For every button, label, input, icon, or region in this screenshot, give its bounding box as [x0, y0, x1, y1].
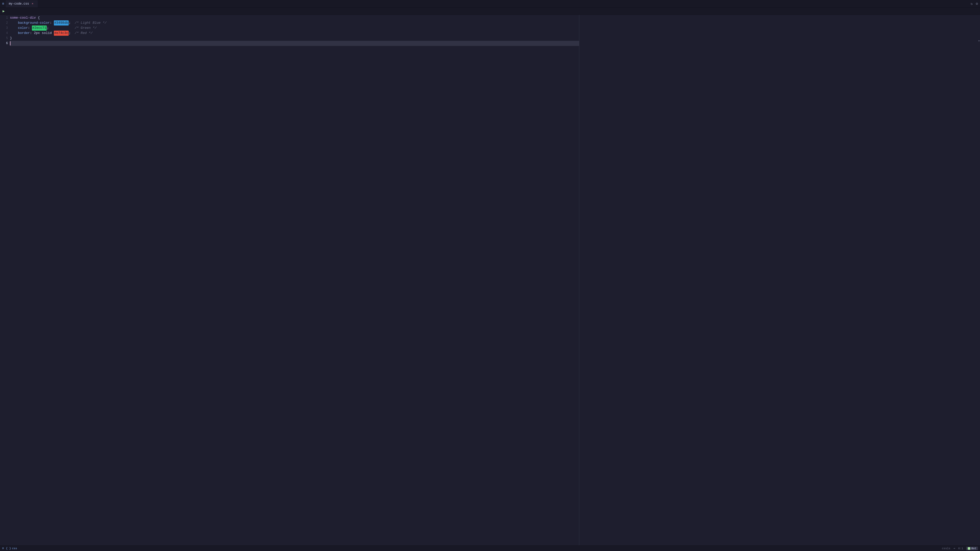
code-line-5: } [10, 36, 579, 41]
run-button[interactable]: ▶ [1, 8, 6, 14]
file-explorer-icon[interactable]: ≡ [2, 2, 4, 6]
line-number-4: 4 [3, 30, 8, 36]
line-number-2: 2 [3, 21, 8, 25]
line-numbers: 1 2 3 4 5 6 [1, 15, 10, 545]
code-line-3: color: #2ecc71; /* Green */ [10, 25, 579, 30]
token-colon-4: : [30, 30, 34, 36]
status-bar: ≡ { } css cssls ⇥ 6:1 Bot [0, 545, 980, 551]
css-icon: { } [6, 547, 11, 550]
cursor-position[interactable]: 6:1 [958, 547, 963, 550]
code-line-4: border: 2px solid #e74c3c; /* Red */ [10, 30, 579, 36]
scrollbar-track[interactable] [977, 15, 980, 545]
text-cursor [10, 41, 11, 45]
bot-label: Bot [971, 547, 977, 550]
editor-container: 1 2 3 4 5 6 some-cool-div { background-c… [0, 15, 980, 545]
token-prop-bg: background-color [18, 21, 50, 25]
title-bar-actions: ↻ ⚙ [970, 2, 978, 6]
token-selector: some-cool-div [10, 15, 36, 21]
code-line-2: background-color: #3498db; /* Light Blue… [10, 21, 579, 25]
token-semi-4: ; [68, 30, 71, 36]
code-area[interactable]: some-cool-div { background-color: #3498d… [10, 15, 579, 545]
token-prop-color: color [18, 25, 28, 30]
bot-indicator [968, 547, 970, 550]
token-indent-3 [10, 25, 18, 30]
code-line-1: some-cool-div { [10, 15, 579, 21]
token-colon-3: : [28, 25, 32, 30]
css-label[interactable]: css [12, 547, 17, 550]
token-comment-2: /* Light Blue */ [71, 21, 107, 25]
code-line-6 [10, 41, 579, 46]
line-number-1: 1 [3, 15, 8, 21]
indent-icon: ⇥ [953, 547, 955, 550]
css-badge: { } css [6, 547, 17, 550]
status-right: cssls ⇥ 6:1 Bot [942, 547, 978, 550]
tab-close-button[interactable]: × [30, 2, 35, 6]
token-indent [10, 21, 18, 25]
status-left: ≡ { } css [2, 547, 17, 550]
token-prop-border: border [18, 30, 30, 36]
token-brace-close: } [10, 36, 12, 41]
bot-badge[interactable]: Bot [966, 547, 978, 550]
token-colon-2: : [50, 21, 54, 25]
line-number-3: 3 [3, 25, 8, 30]
token-brace-open: { [36, 15, 40, 21]
tab-filename: my-code.css [9, 2, 29, 6]
editor-right-pane[interactable] [579, 15, 977, 545]
toolbar: ▶ [0, 8, 980, 15]
status-left-icon[interactable]: ≡ [2, 547, 4, 550]
title-bar: ≡ my-code.css × ↻ ⚙ [0, 0, 980, 8]
token-semi-3: ; [47, 25, 49, 30]
line-number-5: 5 [3, 36, 8, 41]
token-color-green: #2ecc71 [32, 25, 47, 30]
token-semi-2: ; [68, 21, 71, 25]
token-indent-4 [10, 30, 18, 36]
refresh-button[interactable]: ↻ [970, 2, 973, 6]
token-comment-3: /* Green */ [49, 25, 97, 30]
scrollbar-thumb [978, 40, 980, 41]
token-comment-4: /* Red */ [71, 30, 93, 36]
token-value-border: 2px solid [34, 30, 54, 36]
editor-main[interactable]: 1 2 3 4 5 6 some-cool-div { background-c… [0, 15, 980, 545]
settings-button[interactable]: ⚙ [976, 2, 978, 6]
token-color-red: #e74c3c [54, 30, 69, 36]
line-number-6: 6 [3, 41, 8, 46]
title-bar-left: ≡ my-code.css × [2, 0, 38, 7]
language-server-status[interactable]: cssls [942, 547, 950, 550]
token-color-blue: #3498db [54, 21, 69, 25]
active-tab[interactable]: my-code.css × [6, 0, 38, 7]
